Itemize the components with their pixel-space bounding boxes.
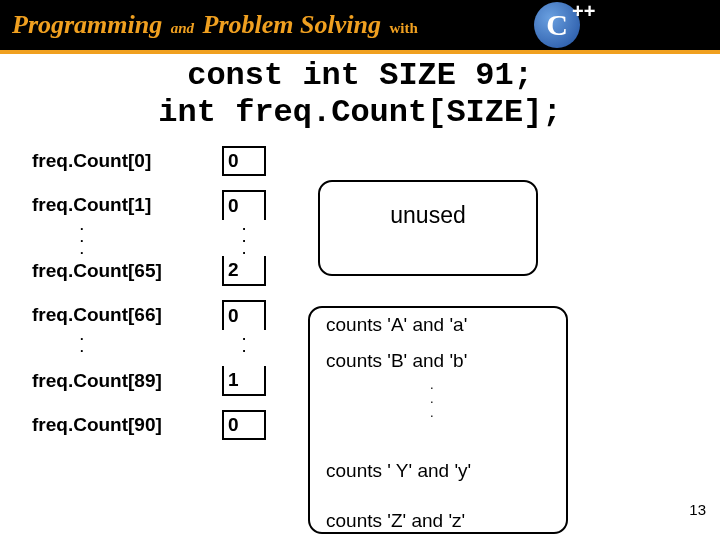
- annotation-a: counts 'A' and 'a': [326, 312, 467, 338]
- plus-plus: ++: [572, 0, 595, 23]
- annotation-b: counts 'B' and 'b': [326, 348, 467, 374]
- annotation-z: counts 'Z' and 'z': [326, 508, 465, 534]
- callout-counts: counts 'A' and 'a' counts 'B' and 'b' ..…: [308, 306, 568, 534]
- value-cell: 1: [222, 366, 266, 396]
- value-cell: 0: [222, 146, 266, 176]
- annotation-y: counts ' Y' and 'y': [326, 458, 471, 484]
- annotation-unused: unused: [390, 200, 465, 231]
- header-title: Programming and Problem Solving with: [12, 10, 420, 40]
- header-word-with: with: [388, 20, 420, 36]
- value-cell: 2: [222, 256, 266, 286]
- callout-unused: unused: [318, 180, 538, 276]
- ellipsis-icon: ...: [430, 378, 434, 420]
- index-label: freq.Count[90]: [32, 414, 222, 436]
- header-word-programming: Programming: [12, 10, 162, 39]
- index-label: freq.Count[0]: [32, 150, 222, 172]
- header-word-problem-solving: Problem Solving: [203, 10, 381, 39]
- page-number: 13: [689, 501, 706, 518]
- table-row: freq.Count[0] 0: [32, 146, 702, 176]
- value-cell: 0: [222, 410, 266, 440]
- title-line-1: const int SIZE 91;: [187, 57, 533, 94]
- index-label: freq.Count[65]: [32, 260, 222, 282]
- index-label: freq.Count[89]: [32, 370, 222, 392]
- value-cell: 0: [222, 300, 266, 330]
- code-title: const int SIZE 91; int freq.Count[SIZE];: [18, 58, 702, 132]
- title-line-2: int freq.Count[SIZE];: [158, 94, 561, 131]
- index-label: freq.Count[66]: [32, 304, 222, 326]
- value-cell: 0: [222, 190, 266, 220]
- slide-body: const int SIZE 91; int freq.Count[SIZE];…: [0, 50, 720, 536]
- index-label: freq.Count[1]: [32, 194, 222, 216]
- cpp-logo: C ++: [534, 2, 580, 48]
- header-word-and: and: [169, 20, 196, 36]
- slide-header: Programming and Problem Solving with C +…: [0, 0, 720, 50]
